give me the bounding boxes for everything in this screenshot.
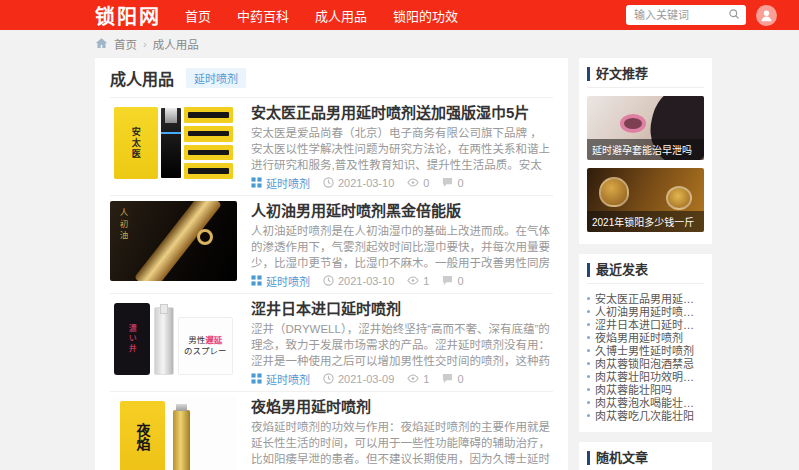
section-title: 好文推荐 xyxy=(587,67,648,81)
user-avatar-icon[interactable] xyxy=(756,5,777,26)
comment-icon xyxy=(442,177,453,188)
bullet-icon xyxy=(587,375,590,378)
article-title-link[interactable]: 夜焰男用延时喷剂 xyxy=(251,398,553,416)
nav-item-home[interactable]: 首页 xyxy=(185,6,211,25)
recommend-panel: 好文推荐 延时避孕套能治早泄吗 2021年锁阳多少钱一斤 xyxy=(579,58,712,244)
bullet-icon xyxy=(587,323,590,326)
product-art: 男性遅延 のスプレー xyxy=(178,317,233,375)
article-title-link[interactable]: 涩井日本进口延时喷剂 xyxy=(251,300,553,318)
product-art xyxy=(154,307,174,375)
bullet-icon xyxy=(587,414,590,417)
article-meta: 延时喷剂 2021-03-10 0 0 xyxy=(251,176,553,189)
clock-icon xyxy=(323,177,334,188)
recent-posts-panel: 最近发表 安太医正品男用延时喷剂送加强版... 人初油男用延时喷剂黑金倍能版 涩… xyxy=(579,254,712,432)
article-category-link[interactable]: 延时喷剂 xyxy=(251,273,310,289)
bullet-icon xyxy=(587,310,590,313)
sidebar: 好文推荐 延时避孕套能治早泄吗 2021年锁阳多少钱一斤 最近发表 安太医正品男… xyxy=(579,58,712,470)
product-art: 濃い井 xyxy=(114,303,150,375)
article-item: 濃い井 男性遅延 のスプレー 涩井日本进口延时喷剂 涩井（DRYWELL），涩井… xyxy=(110,294,553,392)
promo-caption: 延时避孕套能治早泄吗 xyxy=(587,139,704,160)
product-art: 安太医 xyxy=(114,107,158,179)
article-views: 1 xyxy=(407,373,429,385)
nav-item-herb-wiki[interactable]: 中药百科 xyxy=(237,6,289,25)
product-art xyxy=(173,410,190,470)
breadcrumb-home[interactable]: 首页 xyxy=(114,36,137,52)
breadcrumb: 首页 › 成人用品 xyxy=(95,30,799,58)
section-header: 最近发表 xyxy=(587,263,704,284)
product-art xyxy=(161,108,181,178)
section-title: 最近发表 xyxy=(587,263,648,277)
article-comments: 0 xyxy=(442,275,463,287)
site-logo[interactable]: 锁阳网 xyxy=(95,1,161,30)
eye-icon xyxy=(407,373,419,384)
category-header: 成人用品 延时喷剂 xyxy=(110,66,553,98)
article-title-link[interactable]: 人初油男用延时喷剂黑金倍能版 xyxy=(251,202,553,220)
section-header: 随机文章 xyxy=(587,451,704,470)
article-category-link[interactable]: 延时喷剂 xyxy=(251,175,310,191)
top-navigation-bar: 锁阳网 首页 中药百科 成人用品 锁阳的功效 xyxy=(0,0,799,30)
recent-post-link[interactable]: 肉苁蓉吃几次能壮阳 xyxy=(587,409,704,421)
promo-card[interactable]: 延时避孕套能治早泄吗 xyxy=(587,96,704,160)
article-date: 2021-03-09 xyxy=(323,373,394,385)
bullet-icon xyxy=(587,297,590,300)
bullet-icon xyxy=(587,349,590,352)
bullet-icon xyxy=(587,401,590,404)
article-comments: 0 xyxy=(442,373,463,385)
article-thumbnail[interactable]: 人初油 xyxy=(110,201,237,281)
article-thumbnail[interactable]: 安太医 xyxy=(110,103,237,183)
nav-item-adult-products[interactable]: 成人用品 xyxy=(315,6,367,25)
promo-art xyxy=(666,186,692,210)
article-views: 0 xyxy=(407,177,429,189)
eye-icon xyxy=(407,275,419,286)
nav-item-suoyang-effects[interactable]: 锁阳的功效 xyxy=(393,6,458,25)
clock-icon xyxy=(323,373,334,384)
article-date: 2021-03-10 xyxy=(323,177,394,189)
comment-icon xyxy=(442,275,453,286)
search-icon[interactable] xyxy=(728,6,740,24)
article-views: 1 xyxy=(407,275,429,287)
article-thumbnail[interactable]: 夜焰 xyxy=(110,397,237,470)
search-input[interactable] xyxy=(632,8,728,22)
recent-posts-list: 安太医正品男用延时喷剂送加强版... 人初油男用延时喷剂黑金倍能版 涩井日本进口… xyxy=(587,292,704,421)
article-list-panel: 成人用品 延时喷剂 安太医 安太医正品男用延时喷剂送加强版湿巾5片 安太医是爱品… xyxy=(95,58,568,470)
subcategory-badge[interactable]: 延时喷剂 xyxy=(186,68,246,88)
article-excerpt: 涩井（DRYWELL），涩井始终坚持“高而不奢、深有底蕴”的理念，致力于发展市场… xyxy=(251,321,553,369)
promo-art xyxy=(599,177,629,207)
page-title: 成人用品 xyxy=(110,66,174,90)
main-nav: 首页 中药百科 成人用品 锁阳的功效 xyxy=(185,6,458,25)
article-comments: 0 xyxy=(442,177,463,189)
article-date: 2021-03-10 xyxy=(323,275,394,287)
home-icon[interactable] xyxy=(95,37,108,51)
comment-icon xyxy=(442,373,453,384)
bullet-icon xyxy=(587,336,590,339)
article-excerpt: 安太医是爱品尚春（北京）电子商务有限公司旗下品牌 ，安太医以性学解决性问题为研究… xyxy=(251,125,553,173)
article-category-link[interactable]: 延时喷剂 xyxy=(251,371,310,387)
section-header: 好文推荐 xyxy=(587,67,704,88)
category-icon xyxy=(251,275,262,286)
category-icon xyxy=(251,177,262,188)
product-art: 夜焰 xyxy=(120,401,165,470)
promo-card[interactable]: 2021年锁阳多少钱一斤 xyxy=(587,168,704,232)
bullet-icon xyxy=(587,388,590,391)
breadcrumb-current: 成人用品 xyxy=(153,36,199,52)
article-meta: 延时喷剂 2021-03-09 1 0 xyxy=(251,372,553,385)
article-title-link[interactable]: 安太医正品男用延时喷剂送加强版湿巾5片 xyxy=(251,104,553,122)
article-item: 夜焰 夜焰男用延时喷剂 夜焰延时喷剂的功效与作用：夜焰延时喷剂的主要作用就是延长… xyxy=(110,392,553,470)
breadcrumb-separator: › xyxy=(143,38,147,50)
article-thumbnail[interactable]: 濃い井 男性遅延 のスプレー xyxy=(110,299,237,379)
article-excerpt: 人初油延时喷剂是在人初油湿巾的基础上改进而成。在气体的渗透作用下，气雾剂起效时间… xyxy=(251,223,553,271)
product-art xyxy=(184,107,233,179)
random-posts-panel: 随机文章 新鲜野山参如何吃功效最好 锁阳能壮阳吗 治疗男性早泄的最佳方法 锁阳配… xyxy=(579,442,712,470)
article-excerpt: 夜焰延时喷剂的功效与作用：夜焰延时喷剂的主要作用就是延长性生活的时间，可以用于一… xyxy=(251,419,553,467)
page-container: 成人用品 延时喷剂 安太医 安太医正品男用延时喷剂送加强版湿巾5片 安太医是爱品… xyxy=(95,58,712,470)
section-title: 随机文章 xyxy=(587,451,648,465)
product-art xyxy=(197,229,213,245)
article-item: 人初油 人初油男用延时喷剂黑金倍能版 人初油延时喷剂是在人初油湿巾的基础上改进而… xyxy=(110,196,553,294)
article-meta: 延时喷剂 2021-03-10 1 0 xyxy=(251,274,553,287)
eye-icon xyxy=(407,177,419,188)
category-icon xyxy=(251,373,262,384)
article-item: 安太医 安太医正品男用延时喷剂送加强版湿巾5片 安太医是爱品尚春（北京）电子商务… xyxy=(110,98,553,196)
promo-caption: 2021年锁阳多少钱一斤 xyxy=(587,211,704,232)
promo-art xyxy=(620,114,646,133)
bullet-icon xyxy=(587,362,590,365)
